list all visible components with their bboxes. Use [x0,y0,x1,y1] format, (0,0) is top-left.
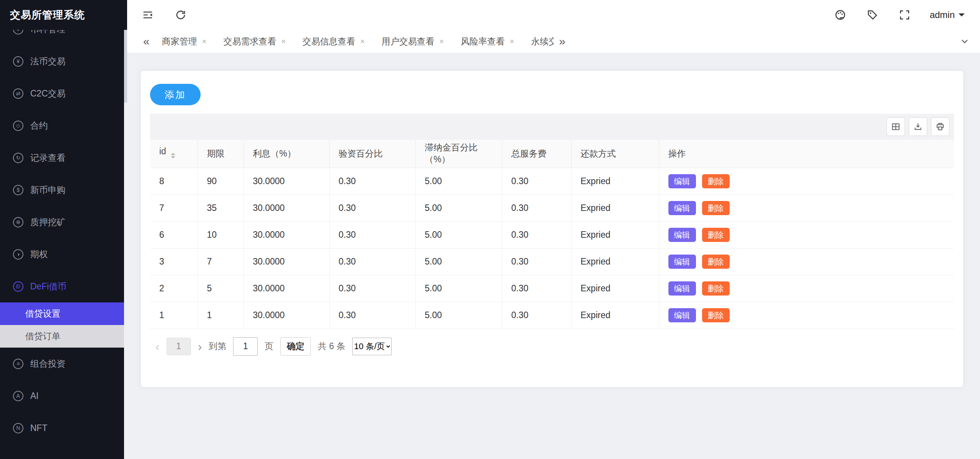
cell-interest: 30.0000 [243,194,329,221]
menu-item-icon: ≡ [13,359,23,369]
theme-palette-icon[interactable] [833,8,847,22]
goto-label-prefix: 到第 [209,340,226,352]
tabs-scroll-right-button[interactable]: » [559,36,951,47]
content-card: 添加 id期限利 [141,71,963,387]
cell-service_fee: 0.30 [502,194,571,221]
sidebar-item-defi-loan[interactable]: Ð DeFi借币 [0,270,127,302]
tab-close-icon[interactable]: × [202,37,207,46]
app-title: 交易所管理系统 [0,0,127,30]
tabs-scroll-left-button[interactable]: « [143,36,150,47]
topbar-right-icons [833,8,930,22]
delete-button[interactable]: 删除 [702,228,730,242]
tab-1[interactable]: 交易需求查看 × [223,36,286,47]
tag-icon[interactable] [866,8,879,22]
sidebar-item-new-coin-subscribe[interactable]: $ 新币申购 [0,174,127,206]
cell-repay: Expried [571,168,659,194]
cell-actions: 编辑删除 [659,248,954,275]
sidebar-item-staking-mining[interactable]: ⊕ 质押挖矿 [0,206,127,238]
cell-term: 1 [198,302,243,328]
column-header-0[interactable]: id [150,140,198,168]
cell-service_fee: 0.30 [502,302,571,328]
sidebar-item-records[interactable]: ↻ 记录查看 [0,142,127,174]
tab-close-icon[interactable]: × [510,37,514,46]
sidebar-item-ai[interactable]: A AI [0,380,127,412]
export-icon[interactable] [909,118,927,136]
tab-3[interactable]: 用户交易查看 × [382,36,444,47]
menu-item-icon: ◑ [13,249,23,260]
cell-actions: 编辑删除 [659,302,954,328]
sidebar-item-nft[interactable]: N NFT [0,412,127,444]
tab-5[interactable]: 永续交易管理 × [531,36,554,47]
delete-button[interactable]: 删除 [702,281,730,296]
cell-id: 1 [150,302,198,328]
sidebar-item-contract[interactable]: ◇ 合约 [0,109,127,142]
add-button[interactable]: 添加 [150,84,201,105]
page-size-select[interactable]: 10 条/页 [352,338,392,355]
tab-label: 永续交易管理 [531,36,554,47]
cell-repay: Expried [571,194,659,221]
prev-page-button[interactable]: ‹ [155,340,160,353]
sidebar-item-portfolio[interactable]: ≡ 组合投资 [0,348,127,380]
tab-0[interactable]: 商家管理 × [162,36,207,47]
cell-id: 8 [150,168,198,194]
print-icon[interactable] [931,118,949,136]
table-row: 61030.00000.305.000.30Expried编辑删除 [150,221,954,248]
fullscreen-icon[interactable] [898,8,911,22]
cell-term: 90 [198,168,243,194]
edit-button[interactable]: 编辑 [668,255,696,269]
cell-id: 6 [150,221,198,248]
pagination: ‹ 1 › 到第 页 确定 共 6 条 10 条/页 [150,337,954,356]
sidebar-item-c2c-trade[interactable]: ⇄ C2C交易 [0,77,127,109]
menu-item-icon: ¥ [13,56,23,67]
cell-late_fee_pct: 5.00 [415,302,502,328]
delete-button[interactable]: 删除 [702,201,730,215]
sidebar-item-fiat-trade[interactable]: ¥ 法币交易 [0,45,127,77]
topbar: admin [127,0,980,30]
edit-button[interactable]: 编辑 [668,228,696,242]
menu-item-label: AI [30,391,39,401]
refresh-icon[interactable] [174,8,188,22]
tab-label: 用户交易查看 [382,36,434,47]
edit-button[interactable]: 编辑 [668,174,696,188]
cell-actions: 编辑删除 [659,275,954,302]
cell-late_fee_pct: 5.00 [415,194,502,221]
sidebar-scrollbar[interactable] [124,30,127,459]
sort-icon[interactable] [171,150,175,161]
columns-filter-icon[interactable] [887,118,905,136]
sidebar-subitem-loan-orders[interactable]: 借贷订单 [0,325,127,348]
sidebar-scrollbar-thumb[interactable] [124,30,127,103]
next-page-button[interactable]: › [198,340,202,353]
cell-late_fee_pct: 5.00 [415,221,502,248]
delete-button[interactable]: 删除 [702,308,730,322]
menu-item-label: 记录查看 [30,152,65,164]
cell-service_fee: 0.30 [502,221,571,248]
tab-close-icon[interactable]: × [360,37,365,46]
app-root: 交易所管理系统 ¥ 币种管理 ¥ 法币交易 ⇄ C2C交易 ◇ 合约 ↻ 记录查… [0,0,980,459]
tabs-dropdown-icon[interactable] [959,36,970,47]
goto-page-input[interactable] [233,337,258,356]
cell-interest: 30.0000 [243,248,329,275]
tab-close-icon[interactable]: × [281,37,286,46]
menu-item-icon: $ [13,185,23,195]
cell-service_fee: 0.30 [502,275,571,302]
cell-late_fee_pct: 5.00 [415,168,502,194]
tab-close-icon[interactable]: × [439,37,444,46]
cell-capital_pct: 0.30 [329,248,415,275]
current-page-button[interactable]: 1 [167,338,191,355]
sidebar-subitem-loan-settings[interactable]: 借贷设置 [0,302,127,325]
menu-item-label: DeFi借币 [30,281,67,292]
edit-button[interactable]: 编辑 [668,201,696,215]
collapse-sidebar-icon[interactable] [141,8,155,22]
tab-2[interactable]: 交易信息查看 × [302,36,365,47]
delete-button[interactable]: 删除 [702,174,730,188]
edit-button[interactable]: 编辑 [668,281,696,296]
edit-button[interactable]: 编辑 [668,308,696,322]
column-header-6: 还款方式 [571,140,659,168]
confirm-button[interactable]: 确定 [280,337,311,356]
tab-4[interactable]: 风险率查看 × [461,36,514,47]
user-menu[interactable]: admin [930,10,965,20]
sidebar-item-options[interactable]: ◑ 期权 [0,238,127,270]
menu-item-icon: N [13,423,23,433]
delete-button[interactable]: 删除 [702,255,730,269]
main-content: 添加 id期限利 [127,53,980,459]
